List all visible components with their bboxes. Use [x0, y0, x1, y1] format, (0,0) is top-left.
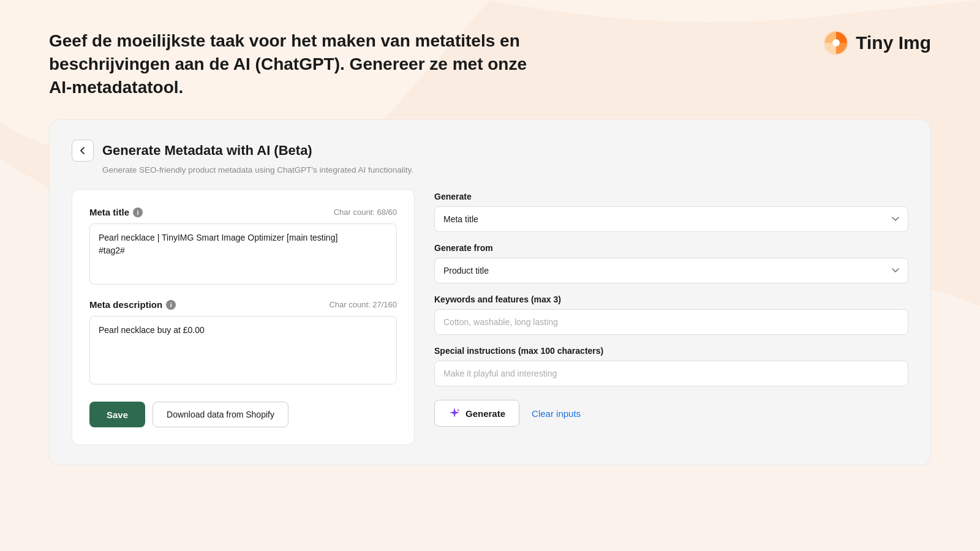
meta-desc-char-count: Char count: 27/160: [329, 300, 397, 309]
meta-desc-textarea[interactable]: [89, 316, 397, 384]
card-title: Generate Metadata with AI (Beta): [102, 143, 312, 159]
svg-point-1: [832, 39, 840, 47]
generate-btn-label: Generate: [466, 408, 505, 419]
meta-title-char-count: Char count: 68/60: [334, 208, 397, 217]
header-title: Geef de moeilijkste taak voor het maken …: [49, 29, 551, 99]
sparkle-icon: [448, 407, 461, 419]
meta-desc-label: Meta description i: [89, 299, 176, 310]
logo-icon: [823, 29, 850, 56]
meta-title-textarea[interactable]: [89, 223, 397, 285]
generate-select[interactable]: Meta title Meta description: [434, 206, 908, 232]
save-button[interactable]: Save: [89, 402, 145, 427]
generate-button[interactable]: Generate: [434, 400, 519, 427]
meta-desc-info-icon[interactable]: i: [166, 300, 176, 310]
main-card: Generate Metadata with AI (Beta) Generat…: [49, 119, 931, 465]
logo-text: Tiny Img: [856, 32, 931, 53]
generate-from-label: Generate from: [434, 243, 908, 253]
generate-label: Generate: [434, 192, 908, 201]
download-button[interactable]: Download data from Shopify: [153, 402, 288, 427]
right-actions: Generate Clear inputs: [434, 400, 908, 427]
meta-title-field-header: Meta title i Char count: 68/60: [89, 207, 397, 217]
two-column-layout: Meta title i Char count: 68/60 Meta desc…: [72, 189, 908, 445]
card-subtitle: Generate SEO-friendly product metadata u…: [102, 165, 908, 174]
left-column: Meta title i Char count: 68/60 Meta desc…: [72, 189, 415, 445]
generate-from-select[interactable]: Product title Product description: [434, 258, 908, 283]
meta-desc-field-header: Meta description i Char count: 27/160: [89, 299, 397, 310]
header: Geef de moeilijkste taak voor het maken …: [0, 0, 980, 113]
keywords-input[interactable]: [434, 309, 908, 335]
keywords-label: Keywords and features (max 3): [434, 294, 908, 304]
meta-title-info-icon[interactable]: i: [133, 208, 143, 217]
meta-title-label: Meta title i: [89, 207, 143, 217]
instructions-input[interactable]: [434, 361, 908, 386]
left-actions: Save Download data from Shopify: [89, 402, 397, 427]
right-column: Generate Meta title Meta description Gen…: [429, 189, 908, 445]
card-header: Generate Metadata with AI (Beta): [72, 140, 908, 162]
back-button[interactable]: [72, 140, 94, 162]
clear-inputs-button[interactable]: Clear inputs: [532, 408, 581, 419]
instructions-label: Special instructions (max 100 characters…: [434, 346, 908, 356]
logo-area: Tiny Img: [823, 29, 931, 56]
